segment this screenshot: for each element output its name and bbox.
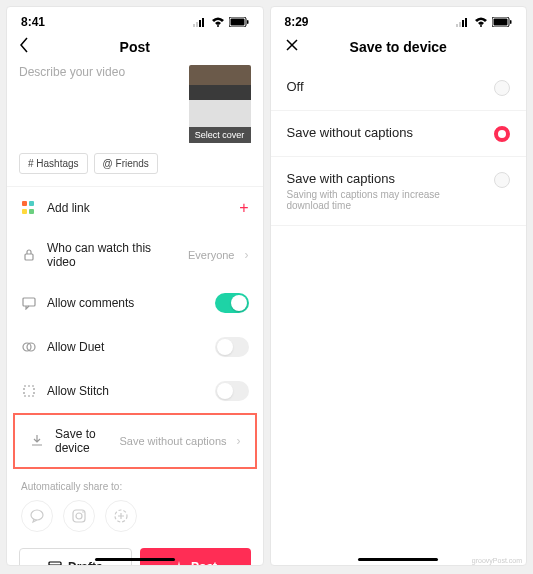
svg-rect-3	[202, 18, 204, 27]
save-to-device-screen: 8:29 Save to device Off Save without cap…	[270, 6, 528, 566]
post-label: Post	[191, 560, 217, 566]
svg-rect-7	[247, 20, 249, 24]
status-time: 8:29	[285, 15, 309, 29]
battery-icon	[492, 17, 512, 27]
home-indicator	[95, 558, 175, 561]
svg-point-13	[31, 510, 43, 520]
svg-rect-12	[24, 386, 34, 396]
caption-input[interactable]: Describe your video	[19, 65, 181, 143]
link-dots-icon	[21, 200, 37, 216]
svg-rect-9	[23, 298, 35, 306]
chips-row: # Hashtags @ Friends	[7, 153, 263, 186]
svg-rect-21	[459, 22, 461, 27]
svg-point-16	[82, 511, 84, 513]
stitch-label: Allow Stitch	[47, 384, 205, 398]
option-with-captions-sub: Saving with captions may increase downlo…	[287, 189, 485, 211]
add-link-label: Add link	[47, 201, 229, 215]
drafts-icon	[48, 561, 62, 566]
hashtags-chip[interactable]: # Hashtags	[19, 153, 88, 174]
comments-label: Allow comments	[47, 296, 205, 310]
chevron-right-icon: ›	[245, 248, 249, 262]
svg-rect-22	[462, 20, 464, 27]
comments-row: Allow comments	[7, 281, 263, 325]
privacy-value: Everyone	[188, 249, 234, 261]
status-time: 8:41	[21, 15, 45, 29]
share-stories-icon[interactable]	[105, 500, 137, 532]
radio-off[interactable]	[494, 80, 510, 96]
option-off-label: Off	[287, 79, 485, 94]
back-button[interactable]	[19, 37, 29, 57]
option-no-captions-label: Save without captions	[287, 125, 485, 140]
duet-toggle[interactable]	[215, 337, 249, 357]
svg-rect-0	[193, 24, 195, 27]
share-section: Automatically share to:	[7, 469, 263, 538]
status-bar: 8:29	[271, 7, 527, 33]
svg-rect-27	[510, 20, 512, 24]
post-button[interactable]: Post	[140, 548, 251, 566]
comments-toggle[interactable]	[215, 293, 249, 313]
add-link-row[interactable]: Add link +	[7, 186, 263, 229]
bottom-buttons: Drafts Post	[7, 538, 263, 566]
status-bar: 8:41	[7, 7, 263, 33]
svg-rect-23	[465, 18, 467, 27]
option-off[interactable]: Off	[271, 65, 527, 111]
page-title: Save to device	[350, 39, 447, 55]
save-label: Save to device	[55, 427, 109, 455]
select-cover-label: Select cover	[189, 127, 251, 143]
radio-no-captions[interactable]	[494, 126, 510, 142]
save-highlight: Save to device Save without captions ›	[13, 413, 257, 469]
watermark: groovyPost.com	[472, 557, 522, 564]
duet-label: Allow Duet	[47, 340, 205, 354]
share-icons	[21, 500, 249, 532]
page-title: Post	[120, 39, 150, 55]
battery-icon	[229, 17, 249, 27]
share-instagram-icon[interactable]	[63, 500, 95, 532]
lock-icon	[21, 247, 37, 263]
svg-rect-2	[199, 20, 201, 27]
sparkle-icon	[173, 561, 185, 566]
svg-rect-26	[494, 19, 508, 26]
wifi-icon	[211, 17, 225, 27]
signal-icon	[193, 17, 207, 27]
stitch-icon	[21, 383, 37, 399]
download-icon	[29, 433, 45, 449]
save-value: Save without captions	[119, 435, 226, 447]
status-indicators	[193, 17, 249, 27]
caption-area: Describe your video Select cover	[7, 65, 263, 153]
home-indicator	[358, 558, 438, 561]
comment-icon	[21, 295, 37, 311]
svg-point-15	[76, 513, 82, 519]
close-icon	[285, 38, 299, 52]
share-message-icon[interactable]	[21, 500, 53, 532]
stitch-row: Allow Stitch	[7, 369, 263, 413]
share-label: Automatically share to:	[21, 481, 249, 492]
privacy-row[interactable]: Who can watch this video Everyone ›	[7, 229, 263, 281]
option-with-captions[interactable]: Save with captions Saving with captions …	[271, 157, 527, 226]
svg-rect-1	[196, 22, 198, 27]
radio-with-captions[interactable]	[494, 172, 510, 188]
plus-icon: +	[239, 199, 248, 217]
wifi-icon	[474, 17, 488, 27]
option-no-captions[interactable]: Save without captions	[271, 111, 527, 157]
nav-bar: Save to device	[271, 33, 527, 65]
status-indicators	[456, 17, 512, 27]
drafts-button[interactable]: Drafts	[19, 548, 132, 566]
privacy-label: Who can watch this video	[47, 241, 178, 269]
post-screen: 8:41 Post Describe your video Select cov…	[6, 6, 264, 566]
nav-bar: Post	[7, 33, 263, 65]
cover-thumbnail[interactable]: Select cover	[189, 65, 251, 143]
option-with-captions-label: Save with captions	[287, 171, 485, 186]
duet-icon	[21, 339, 37, 355]
save-row[interactable]: Save to device Save without captions ›	[15, 415, 255, 467]
svg-point-4	[217, 25, 219, 27]
friends-chip[interactable]: @ Friends	[94, 153, 158, 174]
svg-rect-18	[49, 562, 61, 566]
chevron-left-icon	[19, 37, 29, 53]
close-button[interactable]	[285, 38, 299, 56]
svg-rect-8	[25, 254, 33, 260]
stitch-toggle[interactable]	[215, 381, 249, 401]
svg-rect-20	[456, 24, 458, 27]
duet-row: Allow Duet	[7, 325, 263, 369]
signal-icon	[456, 17, 470, 27]
svg-point-24	[480, 25, 482, 27]
